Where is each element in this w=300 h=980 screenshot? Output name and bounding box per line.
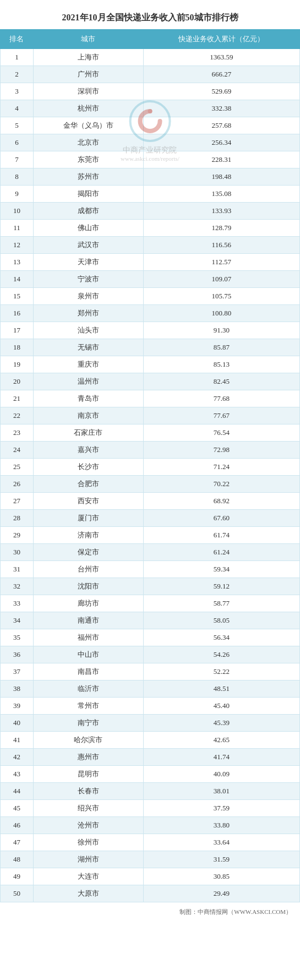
table-row: 21青岛市77.68: [1, 390, 300, 407]
cell-rank: 10: [1, 203, 34, 220]
table-row: 23石家庄市76.54: [1, 424, 300, 442]
cell-rank: 49: [1, 868, 34, 885]
table-row: 11佛山市128.79: [1, 220, 300, 237]
cell-value: 38.01: [143, 783, 299, 800]
cell-rank: 9: [1, 186, 34, 203]
cell-city: 沈阳市: [33, 578, 143, 595]
cell-city: 湖州市: [33, 851, 143, 868]
table-header-row: 排名 城市 快递业务收入累计（亿元）: [1, 30, 300, 49]
table-row: 27西安市68.92: [1, 493, 300, 510]
cell-city: 重庆市: [33, 356, 143, 373]
cell-city: 福州市: [33, 629, 143, 646]
cell-value: 45.39: [143, 715, 299, 732]
table-row: 45绍兴市37.59: [1, 800, 300, 817]
cell-rank: 47: [1, 834, 34, 851]
table-row: 32沈阳市59.12: [1, 578, 300, 595]
table-row: 35福州市56.34: [1, 629, 300, 646]
cell-value: 529.69: [143, 83, 299, 100]
table-row: 31台州市59.34: [1, 561, 300, 578]
cell-rank: 23: [1, 424, 34, 442]
table-row: 8苏州市198.48: [1, 168, 300, 186]
cell-rank: 33: [1, 595, 34, 612]
cell-city: 临沂市: [33, 680, 143, 698]
cell-rank: 45: [1, 800, 34, 817]
cell-value: 198.48: [143, 168, 299, 186]
cell-rank: 36: [1, 646, 34, 663]
cell-value: 133.93: [143, 203, 299, 220]
cell-value: 109.07: [143, 271, 299, 288]
cell-city: 大连市: [33, 868, 143, 885]
table-row: 18无锡市85.87: [1, 339, 300, 356]
cell-rank: 4: [1, 100, 34, 117]
cell-city: 昆明市: [33, 766, 143, 783]
table-row: 29济南市61.74: [1, 527, 300, 544]
cell-rank: 34: [1, 612, 34, 629]
cell-city: 东莞市: [33, 151, 143, 168]
cell-value: 31.59: [143, 851, 299, 868]
cell-city: 长春市: [33, 783, 143, 800]
cell-rank: 50: [1, 885, 34, 902]
cell-value: 85.87: [143, 339, 299, 356]
cell-rank: 26: [1, 476, 34, 493]
cell-rank: 15: [1, 288, 34, 305]
cell-rank: 5: [1, 117, 34, 134]
cell-value: 37.59: [143, 800, 299, 817]
table-row: 33廊坊市58.77: [1, 595, 300, 612]
cell-rank: 12: [1, 237, 34, 254]
cell-value: 61.24: [143, 544, 299, 561]
cell-rank: 7: [1, 151, 34, 168]
table-row: 40南宁市45.39: [1, 715, 300, 732]
table-row: 17汕头市91.30: [1, 322, 300, 339]
cell-value: 257.68: [143, 117, 299, 134]
table-row: 30保定市61.24: [1, 544, 300, 561]
cell-city: 南京市: [33, 407, 143, 424]
table-row: 39常州市45.40: [1, 698, 300, 715]
cell-value: 48.51: [143, 680, 299, 698]
table-row: 6北京市256.34: [1, 134, 300, 151]
cell-rank: 11: [1, 220, 34, 237]
cell-city: 青岛市: [33, 390, 143, 407]
cell-value: 666.27: [143, 66, 299, 83]
cell-rank: 19: [1, 356, 34, 373]
table-row: 7东莞市228.31: [1, 151, 300, 168]
cell-value: 54.26: [143, 646, 299, 663]
cell-value: 58.05: [143, 612, 299, 629]
cell-city: 郑州市: [33, 305, 143, 322]
cell-city: 无锡市: [33, 339, 143, 356]
cell-value: 72.98: [143, 442, 299, 459]
table-row: 46沧州市33.80: [1, 817, 300, 834]
cell-value: 71.24: [143, 459, 299, 476]
table-row: 22南京市77.67: [1, 407, 300, 424]
cell-value: 85.13: [143, 356, 299, 373]
cell-value: 61.74: [143, 527, 299, 544]
cell-value: 45.40: [143, 698, 299, 715]
cell-rank: 39: [1, 698, 34, 715]
cell-city: 北京市: [33, 134, 143, 151]
cell-value: 56.34: [143, 629, 299, 646]
table-row: 43昆明市40.09: [1, 766, 300, 783]
table-row: 1上海市1363.59: [1, 49, 300, 66]
table-row: 5金华（义乌）市257.68: [1, 117, 300, 134]
cell-city: 广州市: [33, 66, 143, 83]
cell-value: 91.30: [143, 322, 299, 339]
cell-city: 廊坊市: [33, 595, 143, 612]
cell-rank: 20: [1, 373, 34, 390]
cell-rank: 18: [1, 339, 34, 356]
cell-city: 揭阳市: [33, 186, 143, 203]
table-row: 12武汉市116.56: [1, 237, 300, 254]
cell-value: 33.80: [143, 817, 299, 834]
cell-city: 深圳市: [33, 83, 143, 100]
cell-city: 徐州市: [33, 834, 143, 851]
table-row: 16郑州市100.80: [1, 305, 300, 322]
cell-value: 41.74: [143, 749, 299, 766]
cell-rank: 8: [1, 168, 34, 186]
cell-city: 汕头市: [33, 322, 143, 339]
table-row: 44长春市38.01: [1, 783, 300, 800]
cell-value: 77.68: [143, 390, 299, 407]
cell-city: 厦门市: [33, 510, 143, 527]
cell-rank: 16: [1, 305, 34, 322]
cell-value: 59.12: [143, 578, 299, 595]
rankings-table: 排名 城市 快递业务收入累计（亿元） 1上海市1363.592广州市666.27…: [0, 29, 300, 902]
cell-city: 绍兴市: [33, 800, 143, 817]
cell-city: 南宁市: [33, 715, 143, 732]
